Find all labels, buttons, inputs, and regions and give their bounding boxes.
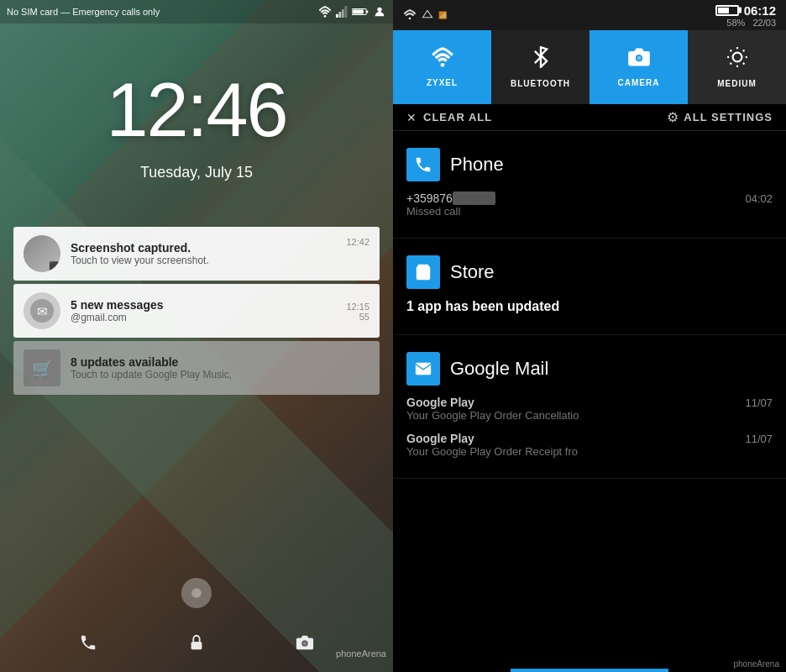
account-icon (373, 5, 386, 18)
mail-notif-item-2: Google Play 11/07 Your Google Play Order… (406, 432, 773, 458)
all-settings-button[interactable]: ⚙ ALL SETTINGS (667, 109, 773, 125)
svg-rect-4 (345, 6, 348, 18)
store-update-message: 1 app has been updated (406, 299, 773, 314)
wp-quick-tiles: ZYXEL BLUETOOTH CAMERA (393, 30, 786, 104)
svg-point-19 (440, 63, 444, 67)
notif-title: Screenshot captured. (71, 241, 339, 255)
wp-time-battery: 06:12 58% 22/03 (715, 3, 776, 28)
wp-status-icons: 📶 (403, 9, 450, 21)
tile-medium[interactable]: MEDIUM (688, 30, 786, 104)
svg-rect-7 (353, 10, 364, 14)
phone-app-name: Phone (450, 154, 504, 176)
notification-content: 5 new messages @gmail.com (71, 298, 339, 323)
svg-text:🛒: 🛒 (32, 359, 53, 379)
svg-rect-3 (342, 9, 344, 18)
clear-all-button[interactable]: ✕ CLEAR ALL (406, 111, 492, 124)
phone-notif-item: +359876■■■■■■ 04:02 Missed call (406, 192, 773, 218)
svg-rect-6 (366, 11, 368, 13)
svg-line-25 (730, 50, 731, 52)
notification-content: Screenshot captured. Touch to view your … (71, 241, 339, 266)
wifi-icon (318, 6, 332, 18)
mail-sender-2: Google Play (406, 432, 735, 445)
notification-store[interactable]: Store 1 app has been updated (393, 239, 786, 335)
notif-title: 8 updates available (71, 355, 369, 369)
svg-rect-1 (336, 14, 338, 18)
phone-notif-time: 04:02 (745, 192, 773, 205)
lock-screen-date: Tuesday, July 15 (0, 164, 393, 181)
gmail-icon: ✉ (24, 292, 60, 329)
svg-point-17 (409, 18, 411, 20)
phone-app-icon (406, 148, 440, 181)
svg-line-29 (730, 63, 731, 65)
notif-count: 55 (359, 312, 369, 322)
all-settings-label: ALL SETTINGS (684, 111, 773, 123)
phone-bottom-icon[interactable] (79, 633, 97, 657)
wp-battery-percent: 58% (726, 18, 745, 28)
phone-notif-header: Phone (406, 148, 773, 181)
svg-point-0 (324, 15, 327, 18)
store-icon: 🛒 (24, 349, 60, 386)
screenshot-icon (24, 235, 60, 272)
notification-content: 8 updates available Touch to update Goog… (71, 355, 369, 381)
mail-sender-1: Google Play (406, 396, 735, 409)
bluetooth-label: BLUETOOTH (511, 79, 570, 88)
svg-point-16 (303, 642, 307, 646)
bluetooth-icon (532, 46, 550, 74)
mail-app-name: Google Mail (450, 358, 548, 380)
store-notif-header: Store (406, 255, 773, 289)
tile-camera[interactable]: CAMERA (590, 30, 688, 104)
wp-wifi-icon (403, 9, 417, 21)
svg-point-13 (191, 588, 202, 598)
mail-app-icon (406, 352, 440, 386)
svg-line-30 (742, 50, 744, 52)
android-bottom-bar (0, 618, 393, 672)
wp-bottom-indicator (511, 669, 668, 672)
missed-call-text: Missed call (406, 205, 773, 218)
wp-signal-icon (422, 10, 433, 20)
camera-tile-icon (627, 47, 651, 73)
drag-handle[interactable] (181, 578, 212, 608)
tile-zyxel[interactable]: ZYXEL (393, 30, 491, 104)
phone-notif-row: +359876■■■■■■ 04:02 (406, 192, 773, 205)
svg-point-22 (732, 53, 741, 62)
lock-screen-time: 12:46 (0, 67, 393, 154)
mail-time-2: 11/07 (745, 433, 773, 445)
mail-notif-header: Google Mail (406, 352, 773, 386)
notif-subtitle: Touch to update Google Play Music, (71, 369, 369, 381)
sim-status-text: No SIM card — Emergency calls only (7, 7, 160, 17)
android-status-bar: No SIM card — Emergency calls only (0, 0, 393, 24)
battery-status-icon (352, 7, 369, 17)
wp-status-bar: 📶 06:12 58% 22/03 (393, 0, 786, 30)
tile-bluetooth[interactable]: BLUETOOTH (491, 30, 590, 104)
svg-text:✉: ✉ (37, 304, 48, 318)
windows-phone-panel: 📶 06:12 58% 22/03 (393, 0, 786, 672)
svg-point-8 (377, 8, 381, 12)
notification-messages[interactable]: ✉ 5 new messages @gmail.com 12:15 55 (13, 284, 380, 338)
camera-bottom-icon[interactable] (296, 633, 314, 657)
medium-label: MEDIUM (717, 79, 757, 88)
brightness-icon (726, 46, 748, 74)
settings-gear-icon: ⚙ (667, 109, 679, 125)
store-app-name: Store (450, 261, 495, 283)
notification-updates[interactable]: 🛒 8 updates available Touch to update Go… (13, 341, 380, 395)
clear-all-label: CLEAR ALL (423, 111, 492, 123)
wp-network-icon: 📶 (438, 10, 450, 20)
notif-time: 12:15 (346, 300, 369, 312)
mail-row-2: Google Play 11/07 (406, 432, 773, 445)
store-notif-item: 1 app has been updated (406, 299, 773, 314)
store-app-icon (406, 255, 440, 289)
notification-screenshot[interactable]: Screenshot captured. Touch to view your … (13, 227, 380, 281)
notif-subtitle: @gmail.com (71, 312, 339, 323)
mail-notif-item-1: Google Play 11/07 Your Google Play Order… (406, 396, 773, 422)
zyxel-label: ZYXEL (427, 78, 458, 87)
wp-date: 22/03 (752, 18, 776, 28)
right-watermark: phoneArena (734, 659, 780, 669)
lock-bottom-icon[interactable] (187, 633, 206, 657)
svg-rect-14 (191, 642, 202, 649)
svg-line-26 (742, 63, 744, 65)
clear-icon: ✕ (406, 111, 417, 124)
notification-google-mail[interactable]: Google Mail Google Play 11/07 Your Googl… (393, 335, 786, 479)
mail-subject-2: Your Google Play Order Receipt fro (406, 445, 773, 458)
wp-action-bar: ✕ CLEAR ALL ⚙ ALL SETTINGS (393, 104, 786, 131)
notification-phone[interactable]: Phone +359876■■■■■■ 04:02 Missed call (393, 131, 786, 239)
